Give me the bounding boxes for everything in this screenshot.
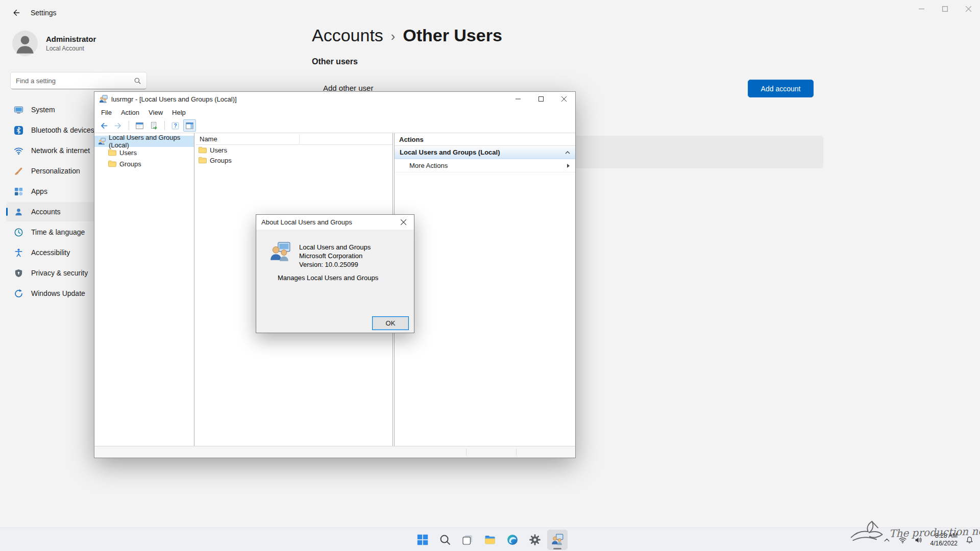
sidebar-item-label: System	[31, 106, 55, 114]
chevron-right-icon	[567, 163, 570, 168]
console-window-button[interactable]	[133, 119, 146, 132]
more-actions-label: More Actions	[409, 162, 448, 169]
about-dialog-titlebar[interactable]: About Local Users and Groups	[256, 215, 414, 230]
forward-arrow-icon	[114, 121, 122, 130]
lusrmgr-about-icon	[270, 241, 291, 263]
ok-button[interactable]: OK	[372, 316, 409, 330]
tree-item-groups[interactable]: Groups	[94, 158, 194, 169]
console-window-icon	[135, 121, 144, 130]
notification-center-button[interactable]	[962, 530, 977, 549]
clock[interactable]: 8:28 AM 4/16/2022	[927, 530, 961, 549]
menu-file[interactable]: File	[96, 107, 116, 118]
maximize-button[interactable]	[529, 92, 552, 106]
shield-icon	[14, 268, 23, 278]
lusrmgr-titlebar[interactable]: lusrmgr - [Local Users and Groups (Local…	[94, 92, 575, 106]
more-actions-item[interactable]: More Actions	[395, 159, 575, 172]
back-button[interactable]	[7, 5, 26, 20]
bell-icon	[965, 536, 974, 544]
lusrmgr-taskbar-button[interactable]	[547, 530, 568, 550]
list-item-groups[interactable]: Groups	[195, 155, 393, 165]
about-dialog-title: About Local Users and Groups	[261, 218, 393, 226]
add-account-button[interactable]: Add account	[748, 80, 814, 97]
list-item-label: Users	[210, 146, 227, 154]
clock-icon	[14, 228, 23, 237]
volume-tray-button[interactable]	[911, 530, 926, 549]
avatar	[12, 31, 38, 56]
chevron-up-icon	[883, 536, 891, 544]
tree-item-label: Users	[119, 149, 137, 157]
start-button[interactable]	[412, 530, 433, 550]
menu-view[interactable]: View	[144, 107, 167, 118]
network-tray-button[interactable]	[895, 530, 910, 549]
wifi-icon	[898, 536, 907, 544]
search-button[interactable]	[435, 530, 455, 550]
settings-title: Settings	[31, 9, 57, 17]
tray-overflow-button[interactable]	[879, 530, 894, 549]
folder-icon	[199, 157, 207, 164]
about-info-block: Local Users and Groups Microsoft Corpora…	[299, 243, 371, 269]
forward-toolbar-button[interactable]	[112, 119, 125, 132]
file-explorer-button[interactable]	[480, 530, 500, 550]
lusrmgr-window-controls	[506, 92, 575, 106]
search-box[interactable]	[10, 72, 147, 89]
search-input[interactable]	[16, 77, 134, 85]
clock-date: 4/16/2022	[930, 540, 958, 547]
lusrmgr-app-icon	[99, 95, 108, 104]
user-profile[interactable]: Administrator Local Account	[12, 31, 96, 56]
profile-text: Administrator Local Account	[46, 35, 96, 52]
actions-group-header[interactable]: Local Users and Groups (Local)	[395, 146, 575, 159]
action-pane-icon	[185, 121, 194, 130]
speaker-icon	[914, 536, 923, 544]
svg-text:?: ?	[174, 123, 177, 129]
person-icon	[14, 207, 23, 217]
export-list-button[interactable]	[148, 119, 160, 132]
actions-pane: Actions Local Users and Groups (Local) M…	[394, 133, 575, 446]
menu-help[interactable]: Help	[167, 107, 190, 118]
update-icon	[14, 289, 23, 298]
help-icon: ?	[171, 121, 180, 130]
actions-pane-title: Actions	[395, 133, 575, 146]
column-divider[interactable]	[299, 134, 300, 144]
page-title: Other Users	[403, 26, 502, 45]
column-header-label: Name	[200, 135, 217, 143]
section-title: Other users	[312, 57, 358, 66]
sidebar-item-label: Bluetooth & devices	[31, 126, 94, 134]
back-arrow-icon	[12, 9, 20, 17]
maximize-button[interactable]	[933, 0, 957, 17]
edge-button[interactable]	[502, 530, 523, 550]
close-button[interactable]	[957, 0, 980, 17]
task-view-button[interactable]	[457, 530, 478, 550]
folder-icon	[108, 149, 116, 156]
list-item-users[interactable]: Users	[195, 145, 393, 155]
back-toolbar-button[interactable]	[97, 119, 110, 132]
sidebar-item-label: Apps	[31, 187, 47, 195]
sidebar-item-label: Windows Update	[31, 289, 85, 297]
folder-icon	[108, 160, 116, 167]
list-column-header-name[interactable]: Name	[195, 133, 393, 145]
tree-root-local-users-groups[interactable]: Local Users and Groups (Local)	[94, 136, 194, 147]
close-button[interactable]	[393, 215, 414, 230]
minimize-button[interactable]	[506, 92, 529, 106]
about-dialog: About Local Users and Groups Local Users…	[256, 214, 414, 333]
help-toolbar-button[interactable]: ?	[169, 119, 182, 132]
taskbar-center-icons	[412, 530, 568, 550]
lusrmgr-app-icon	[551, 534, 564, 546]
about-company: Microsoft Corporation	[299, 252, 371, 260]
settings-taskbar-button[interactable]	[525, 530, 545, 550]
breadcrumb-separator-icon: ›	[391, 28, 395, 44]
close-button[interactable]	[552, 92, 575, 106]
breadcrumb-parent[interactable]: Accounts	[312, 26, 383, 45]
tree-root-label: Local Users and Groups (Local)	[109, 134, 194, 149]
accessibility-icon	[14, 248, 23, 258]
minimize-button[interactable]	[910, 0, 933, 17]
wifi-icon	[14, 146, 23, 156]
sidebar-item-label: Accessibility	[31, 248, 70, 257]
action-pane-toggle-button[interactable]	[183, 119, 196, 132]
toolbar-separator	[164, 121, 165, 130]
task-view-icon	[461, 534, 474, 546]
sidebar-item-label: Network & internet	[31, 146, 90, 155]
export-list-icon	[150, 121, 158, 130]
profile-name: Administrator	[46, 35, 96, 43]
console-tree-pane: Local Users and Groups (Local) Users Gro…	[94, 133, 194, 446]
menu-action[interactable]: Action	[116, 107, 144, 118]
